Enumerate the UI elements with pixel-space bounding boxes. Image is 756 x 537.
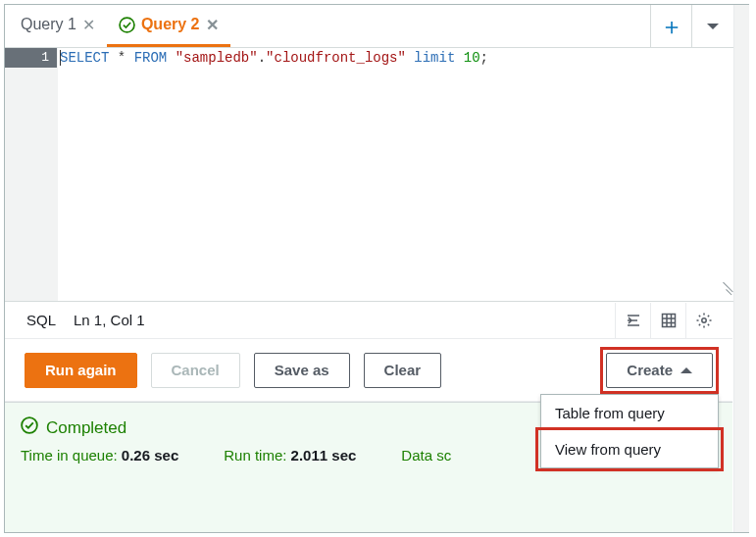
svg-point-0	[120, 18, 134, 32]
tabs-menu-button[interactable]	[691, 5, 732, 47]
sql-number: 10	[464, 50, 480, 66]
sql-token: *	[118, 50, 126, 66]
resize-handle-icon[interactable]	[717, 285, 731, 299]
tabs-bar: Query 1 ✕ Query 2 ✕ ＋	[5, 5, 748, 48]
close-icon[interactable]: ✕	[206, 16, 219, 34]
gear-icon[interactable]	[685, 303, 721, 338]
sql-string: "cloudfront_logs"	[266, 50, 406, 66]
run-again-button[interactable]: Run again	[25, 353, 137, 388]
sql-keyword: SELECT	[60, 50, 109, 66]
cursor-position: Ln 1, Col 1	[74, 312, 145, 328]
new-tab-button[interactable]: ＋	[650, 5, 691, 47]
save-as-button[interactable]: Save as	[254, 353, 350, 388]
cancel-button: Cancel	[151, 353, 240, 388]
metric-value: 2.011 sec	[291, 447, 357, 464]
svg-point-2	[701, 317, 705, 321]
query-panel: Query 1 ✕ Query 2 ✕ ＋ 1 SELECT * FROM "s…	[4, 4, 749, 533]
metric-value: 0.26 sec	[122, 447, 178, 464]
code-area[interactable]: SELECT * FROM "sampledb"."cloudfront_log…	[58, 48, 732, 301]
metric-label: Time in queue:	[21, 447, 118, 464]
tab-label: Query 1	[21, 16, 76, 33]
menu-table-from-query[interactable]: Table from query	[541, 395, 718, 431]
svg-point-3	[22, 417, 37, 433]
menu-item-label: View from query	[555, 441, 661, 458]
language-label: SQL	[26, 312, 56, 328]
tab-query-1[interactable]: Query 1 ✕	[9, 5, 107, 47]
clear-button[interactable]: Clear	[364, 353, 442, 388]
sql-string: "sampledb"	[176, 50, 258, 66]
sql-keyword: limit	[414, 50, 455, 66]
create-button[interactable]: Create	[606, 353, 713, 388]
caret-up-icon	[680, 362, 692, 373]
check-circle-icon	[21, 416, 38, 439]
actions-bar: Run again Cancel Save as Clear Create Ta…	[5, 339, 732, 402]
sql-editor[interactable]: 1 SELECT * FROM "sampledb"."cloudfront_l…	[5, 48, 732, 301]
tab-query-2[interactable]: Query 2 ✕	[107, 5, 230, 47]
menu-view-from-query[interactable]: View from query	[541, 431, 718, 467]
create-dropdown: Table from query View from query	[540, 394, 719, 468]
grid-icon[interactable]	[650, 303, 685, 338]
metric-label: Data sc	[401, 447, 451, 464]
sql-token: ;	[480, 50, 488, 66]
line-number: 1	[5, 48, 57, 68]
create-label: Create	[627, 362, 673, 378]
metric-label: Run time:	[224, 447, 286, 464]
tab-label: Query 2	[141, 16, 200, 33]
status-text: Completed	[46, 418, 126, 438]
close-icon[interactable]: ✕	[82, 16, 95, 34]
svg-rect-1	[662, 314, 675, 326]
sql-token: .	[258, 50, 266, 66]
sql-keyword: FROM	[134, 50, 168, 66]
check-circle-icon	[119, 17, 135, 33]
format-icon[interactable]	[615, 303, 650, 338]
editor-gutter: 1	[5, 48, 58, 301]
scrollbar[interactable]	[733, 5, 749, 532]
editor-status-line: SQL Ln 1, Col 1	[5, 302, 732, 339]
